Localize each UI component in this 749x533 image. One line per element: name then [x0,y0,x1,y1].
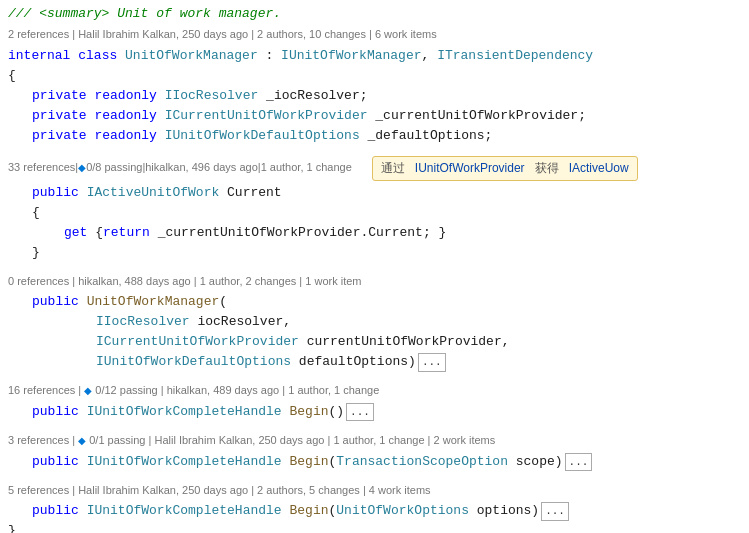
method3-ellipsis[interactable]: ... [541,502,569,521]
kw-readonly-2: readonly [94,106,156,126]
comment-line: /// <summary> Unit of work manager. [0,4,749,24]
kw-public-m1: public [32,402,79,422]
method1-return[interactable]: IUnitOfWorkCompleteHandle [87,402,282,422]
kw-public-prop: public [32,183,79,203]
close-brace-class: } [0,521,749,533]
field-name-3: _defaultOptions; [368,126,493,146]
meta1-extra: 2 authors, 10 changes | 6 work items [257,28,437,40]
method1-name[interactable]: Begin [289,402,328,422]
kw-public-ctor: public [32,292,79,312]
ctor-param-2: ICurrentUnitOfWorkProvider currentUnitOf… [0,332,749,352]
meta1-refs: 2 references [8,28,69,40]
meta5-passing: 0/1 passing [89,434,145,446]
field-name-2: _currentUnitOfWorkProvider; [375,106,586,126]
method3-param-name: options) [477,501,539,521]
field-type-1[interactable]: IIocResolver [165,86,259,106]
method3-name[interactable]: Begin [289,501,328,521]
comment-text: /// <summary> Unit of work manager. [8,4,281,24]
tooltip-chinese1: 通过 [381,161,405,175]
meta6-refs: 5 references [8,484,69,496]
meta3-author: hikalkan, 488 days ago [78,275,191,287]
constructor-line-1: public UnitOfWorkManager ( [0,292,749,312]
interface-2[interactable]: ITransientDependency [437,46,593,66]
method2-param-name: scope) [516,452,563,472]
meta-line-6: 5 references | Halil Ibrahim Kalkan, 250… [0,480,749,502]
meta2-author: hikalkan, 496 days ago [145,159,258,177]
method3-param-type[interactable]: UnitOfWorkOptions [336,501,469,521]
meta2-refs: 33 references [8,159,75,177]
ctor-param-name-3: defaultOptions) [299,352,416,372]
meta-line-1: 2 references | Halil Ibrahim Kalkan, 250… [0,24,749,46]
getter-body: _currentUnitOfWorkProvider.Current; } [158,223,447,243]
kw-get: get [64,223,87,243]
field-line-2: private readonly ICurrentUnitOfWorkProvi… [0,106,749,126]
method3-line: public IUnitOfWorkCompleteHandle Begin (… [0,501,749,521]
open-brace-class: { [0,66,749,86]
ctor-ellipsis[interactable]: ... [418,353,446,372]
meta2-passing: 0/8 passing [86,159,142,177]
method2-line: public IUnitOfWorkCompleteHandle Begin (… [0,452,749,472]
ctor-param-name-1: iocResolver, [197,312,291,332]
meta3-refs: 0 references [8,275,69,287]
field-type-3[interactable]: IUnitOfWorkDefaultOptions [165,126,360,146]
meta-line-2: 33 references | ◆ 0/8 passing | hikalkan… [0,154,749,183]
brace-close: } [8,521,16,533]
meta2-bullet: ◆ [78,160,86,176]
method2-ellipsis[interactable]: ... [565,453,593,472]
prop-name: Current [227,183,282,203]
ctor-param-3: IUnitOfWorkDefaultOptions defaultOptions… [0,352,749,372]
prop-close-brace: } [0,243,749,263]
method2-name[interactable]: Begin [289,452,328,472]
meta-line-3: 0 references | hikalkan, 488 days ago | … [0,271,749,293]
meta3-extra: 1 author, 2 changes | 1 work item [200,275,362,287]
prop-open-brace: { [0,203,749,223]
meta4-refs: 16 references [8,384,75,396]
kw-private-1: private [32,86,87,106]
ctor-param-1: IIocResolver iocResolver, [0,312,749,332]
interface-1[interactable]: IUnitOfWorkManager [281,46,421,66]
brace-open: { [8,66,16,86]
kw-return: return [103,223,150,243]
kw-public-m3: public [32,501,79,521]
getter-line: get { return _currentUnitOfWorkProvider.… [0,223,749,243]
method2-param-type[interactable]: TransactionScopeOption [336,452,508,472]
tooltip-badge: 通过 IUnitOfWorkProvider 获得 IActiveUow [372,156,638,181]
meta4-passing: 0/12 passing [95,384,157,396]
ctor-param-name-2: currentUnitOfWorkProvider, [307,332,510,352]
meta4-bullet: ◆ [84,385,92,396]
meta-line-5: 3 references | ◆ 0/1 passing | Halil Ibr… [0,430,749,452]
tooltip-link1[interactable]: IUnitOfWorkProvider [415,161,525,175]
field-name-1: _iocResolver; [266,86,367,106]
class-declaration-line: internal class UnitOfWorkManager : IUnit… [0,46,749,66]
field-type-2[interactable]: ICurrentUnitOfWorkProvider [165,106,368,126]
meta6-extra: 2 authors, 5 changes | 4 work items [257,484,430,496]
method1-line: public IUnitOfWorkCompleteHandle Begin (… [0,402,749,422]
code-container: /// <summary> Unit of work manager. 2 re… [0,0,749,533]
ctor-name[interactable]: UnitOfWorkManager [87,292,220,312]
property-line: public IActiveUnitOfWork Current [0,183,749,203]
meta2-extra: 1 author, 1 change [261,159,352,177]
method2-return[interactable]: IUnitOfWorkCompleteHandle [87,452,282,472]
ctor-param-type-3[interactable]: IUnitOfWorkDefaultOptions [96,352,291,372]
field-line-3: private readonly IUnitOfWorkDefaultOptio… [0,126,749,146]
class-name[interactable]: UnitOfWorkManager [125,46,258,66]
kw-readonly-1: readonly [94,86,156,106]
kw-public-m2: public [32,452,79,472]
meta5-extra: 1 author, 1 change | 2 work items [333,434,495,446]
keyword-class: class [78,46,117,66]
method1-ellipsis[interactable]: ... [346,403,374,422]
meta5-bullet: ◆ [78,435,86,446]
method3-return[interactable]: IUnitOfWorkCompleteHandle [87,501,282,521]
ctor-param-type-1[interactable]: IIocResolver [96,312,190,332]
kw-readonly-3: readonly [94,126,156,146]
meta5-author: Halil Ibrahim Kalkan, 250 days ago [154,434,324,446]
ctor-param-type-2[interactable]: ICurrentUnitOfWorkProvider [96,332,299,352]
kw-private-3: private [32,126,87,146]
tooltip-link2[interactable]: IActiveUow [569,161,629,175]
keyword-internal: internal [8,46,70,66]
tooltip-chinese2: 获得 [535,161,559,175]
field-line-1: private readonly IIocResolver _iocResolv… [0,86,749,106]
meta1-author: Halil Ibrahim Kalkan, 250 days ago [78,28,248,40]
prop-type[interactable]: IActiveUnitOfWork [87,183,220,203]
meta5-refs: 3 references [8,434,69,446]
